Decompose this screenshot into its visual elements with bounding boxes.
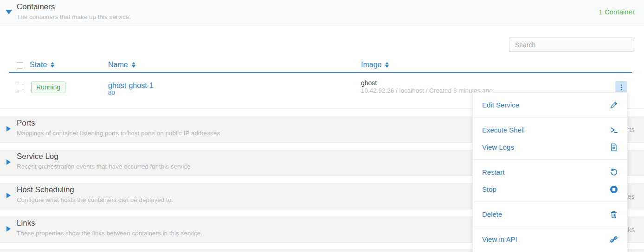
search-input[interactable] xyxy=(509,38,633,52)
expand-caret-icon[interactable] xyxy=(6,126,11,132)
stop-icon xyxy=(610,185,618,194)
host-scheduling-count-fragment: es xyxy=(627,192,635,200)
menu-label: View in API xyxy=(482,235,517,243)
column-header-image[interactable]: Image xyxy=(361,61,389,69)
container-name-link[interactable]: ghost-ghost-1 xyxy=(108,82,154,90)
expand-caret-icon[interactable] xyxy=(6,226,11,232)
sort-icon xyxy=(132,62,135,68)
links-count-fragment: ks xyxy=(628,226,635,233)
menu-item-view-in-api[interactable]: View in API xyxy=(473,231,627,248)
table-header-rule xyxy=(9,72,632,73)
container-port-link[interactable]: 80 xyxy=(108,89,115,96)
row-checkbox[interactable] xyxy=(17,84,23,90)
host-scheduling-title: Host Scheduling xyxy=(17,185,74,195)
service-log-description: Recent orchestration events that have oc… xyxy=(17,163,190,170)
row-actions-dropdown-menu: Edit Service Execute Shell View Logs xyxy=(472,92,628,252)
menu-item-delete[interactable]: Delete xyxy=(473,206,627,223)
containers-title: Containers xyxy=(17,2,55,12)
column-label-state: State xyxy=(30,61,47,69)
menu-label: Edit Service xyxy=(482,101,519,109)
shell-prompt-icon xyxy=(610,126,618,134)
sort-icon xyxy=(51,62,54,68)
menu-group: View in API xyxy=(473,227,627,252)
menu-label: View Logs xyxy=(482,143,514,151)
expand-caret-icon[interactable] xyxy=(6,193,11,198)
menu-label: Execute Shell xyxy=(482,126,525,134)
column-label-image: Image xyxy=(361,61,381,69)
column-header-name[interactable]: Name xyxy=(108,61,135,69)
restart-icon xyxy=(610,168,618,176)
status-badge: Running xyxy=(31,82,65,93)
pencil-icon xyxy=(610,101,618,109)
links-description: These properties show the links between … xyxy=(17,230,202,237)
menu-label: Restart xyxy=(482,168,504,176)
containers-section-header: Containers The containers that make up t… xyxy=(0,0,644,25)
api-link-icon xyxy=(610,235,618,244)
log-file-icon xyxy=(610,143,618,151)
menu-group: Edit Service xyxy=(473,93,627,117)
menu-item-edit-service[interactable]: Edit Service xyxy=(473,96,627,113)
kebab-icon xyxy=(621,84,622,86)
host-scheduling-description: Configure what hosts the containers can … xyxy=(17,196,173,203)
sort-icon xyxy=(385,62,389,68)
menu-item-execute-shell[interactable]: Execute Shell xyxy=(473,121,627,139)
containers-description: The containers that make up this service… xyxy=(17,13,131,20)
ports-count-fragment: rts xyxy=(627,126,635,133)
menu-label: Delete xyxy=(482,210,502,218)
ports-description: Mappings of container listening ports to… xyxy=(17,130,220,137)
column-header-state[interactable]: State xyxy=(30,61,54,69)
column-label-name: Name xyxy=(108,61,128,69)
ports-title: Ports xyxy=(17,119,35,128)
row-actions-menu-button[interactable] xyxy=(615,81,627,93)
menu-group: Restart Stop xyxy=(473,159,627,202)
menu-label: Stop xyxy=(482,185,496,193)
select-all-checkbox[interactable] xyxy=(17,62,23,69)
menu-item-stop[interactable]: Stop xyxy=(473,181,627,198)
menu-group: Execute Shell View Logs xyxy=(473,117,627,159)
trash-icon xyxy=(610,210,618,219)
links-title: Links xyxy=(17,219,35,228)
menu-item-view-logs[interactable]: View Logs xyxy=(473,139,627,156)
menu-item-restart[interactable]: Restart xyxy=(473,164,627,181)
collapse-caret-icon[interactable] xyxy=(6,10,12,14)
container-count-badge: 1 Container xyxy=(599,8,635,16)
service-log-title: Service Log xyxy=(17,152,58,161)
container-image: ghost xyxy=(361,79,377,87)
menu-group: Delete xyxy=(473,202,627,227)
expand-caret-icon[interactable] xyxy=(6,159,11,165)
